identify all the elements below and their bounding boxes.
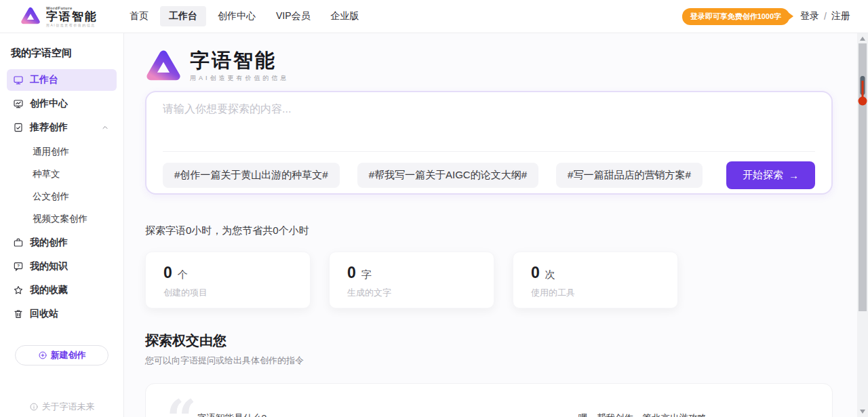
stat-unit: 次	[545, 269, 555, 281]
stat-value: 0	[163, 264, 172, 282]
chevron-up-icon[interactable]	[100, 123, 111, 132]
sidebar-item-label: 创作中心	[30, 98, 68, 110]
quote-icon: “	[166, 393, 193, 417]
sidebar-item-my-favorites[interactable]: 我的收藏	[7, 279, 117, 301]
explore-section-subtitle: 您可以向字语提问或给出具体创作的指令	[145, 355, 833, 367]
sidebar-subitem-video-copy[interactable]: 视频文案创作	[0, 207, 123, 230]
stats-summary: 探索字语0小时，为您节省共0个小时	[145, 224, 833, 237]
arrow-right-icon: →	[789, 170, 799, 181]
nav-item-enterprise[interactable]: 企业版	[322, 6, 368, 26]
about-link[interactable]: 关于字语未来	[0, 401, 123, 413]
hero-triangle-icon	[145, 48, 182, 85]
thermometer-marker-icon[interactable]	[858, 75, 867, 106]
sample-prompts-card: “ 字语智能是什么? 嘿，帮我创作一篇北京出游攻略	[145, 383, 833, 417]
sidebar-item-label: 我的收藏	[30, 284, 68, 296]
promo-badge[interactable]: 登录即可享免费创作1000字	[682, 8, 789, 25]
login-link[interactable]: 登录	[800, 10, 819, 22]
nav-item-creation-center[interactable]: 创作中心	[209, 6, 264, 26]
main-content: 字语智能 用AI创造更有价值的信息 #创作一篇关于黄山出游的种草文# #帮我写一…	[124, 33, 868, 417]
stat-value: 0	[347, 264, 356, 282]
about-label: 关于字语未来	[42, 401, 95, 413]
hero-brand: 字语智能 用AI创造更有价值的信息	[145, 48, 833, 85]
sidebar-item-my-creations[interactable]: 我的创作	[7, 232, 117, 254]
sidebar-item-label: 推荐创作	[30, 121, 68, 134]
sidebar-item-recycle-bin[interactable]: 回收站	[7, 303, 117, 325]
suggestion-chip-aigc[interactable]: #帮我写一篇关于AIGC的论文大纲#	[357, 163, 538, 188]
scrollbar-down-arrow-icon[interactable]	[860, 410, 865, 414]
hero-brand-tagline: 用AI创造更有价值的信息	[190, 74, 290, 83]
sidebar-item-label: 我的创作	[30, 237, 68, 249]
stat-card-projects: 0 个 创建的项目	[145, 252, 311, 309]
sample-prompt[interactable]: 嘿，帮我创作一篇北京出游攻略	[578, 412, 707, 417]
scrollbar-up-arrow-icon[interactable]	[860, 37, 865, 41]
stat-card-tools: 0 次 使用的工具	[513, 252, 678, 309]
plus-circle-icon	[38, 351, 47, 360]
explore-section-title: 探索权交由您	[145, 332, 833, 350]
auth-separator: /	[824, 11, 827, 22]
brand-logo[interactable]: WordFuture 字语智能 用AI创造更有价值的信息	[20, 6, 98, 27]
stat-label: 使用的工具	[531, 287, 660, 299]
sidebar-item-label: 我的知识	[30, 260, 68, 273]
stat-card-words: 0 字 生成的文字	[329, 252, 494, 309]
start-explore-label: 开始探索	[743, 169, 783, 182]
stat-unit: 字	[361, 269, 372, 281]
sidebar-item-my-knowledge[interactable]: ? 我的知识	[7, 256, 117, 277]
stat-label: 生成的文字	[347, 287, 476, 299]
sidebar-subitem-official-doc[interactable]: 公文创作	[0, 185, 123, 207]
brand-tagline-small: 用AI创造更有价值的信息	[46, 24, 98, 27]
sidebar-item-label: 回收站	[30, 308, 58, 320]
svg-text:?: ?	[17, 264, 20, 268]
sidebar-item-workbench[interactable]: 工作台	[7, 69, 117, 91]
sidebar: 我的字语空间 工作台 创作中心 推荐创作 通用创作 种草文 公文创作 视频文案创	[0, 33, 124, 417]
search-divider	[163, 151, 815, 152]
sidebar-subitem-general[interactable]: 通用创作	[0, 140, 123, 163]
new-creation-label: 新建创作	[51, 349, 86, 361]
suggestion-chip-huangshan[interactable]: #创作一篇关于黄山出游的种草文#	[163, 163, 340, 188]
new-creation-button[interactable]: 新建创作	[15, 345, 108, 365]
sidebar-subitem-seeding[interactable]: 种草文	[0, 163, 123, 185]
main-nav: 首页 工作台 创作中心 VIP会员 企业版	[121, 6, 368, 26]
chat-question-icon: ?	[13, 261, 24, 272]
stat-value: 0	[531, 264, 540, 282]
star-icon	[13, 285, 24, 296]
register-link[interactable]: 注册	[831, 10, 850, 22]
stat-unit: 个	[178, 269, 188, 281]
stat-label: 创建的项目	[163, 287, 292, 299]
info-circle-icon	[29, 402, 39, 412]
nav-item-home[interactable]: 首页	[121, 6, 157, 26]
sidebar-item-creation-center[interactable]: 创作中心	[7, 93, 117, 115]
nav-item-vip[interactable]: VIP会员	[267, 6, 319, 26]
nav-item-workbench[interactable]: 工作台	[160, 6, 206, 26]
hero-brand-title: 字语智能	[190, 50, 290, 72]
brand-subname: WordFuture	[46, 6, 98, 10]
monitor-chart-icon	[13, 98, 24, 109]
search-input[interactable]	[163, 102, 815, 144]
sidebar-item-recommended-creation[interactable]: 推荐创作	[7, 117, 117, 138]
top-navbar: WordFuture 字语智能 用AI创造更有价值的信息 首页 工作台 创作中心…	[0, 0, 868, 33]
sidebar-title: 我的字语空间	[0, 47, 123, 60]
trash-icon	[13, 309, 24, 319]
briefcase-icon	[13, 237, 24, 248]
doc-check-icon	[13, 122, 24, 133]
brand-triangle-icon	[20, 6, 41, 26]
sample-question[interactable]: 字语智能是什么?	[197, 412, 267, 417]
search-card: #创作一篇关于黄山出游的种草文# #帮我写一篇关于AIGC的论文大纲# #写一篇…	[145, 91, 833, 195]
suggestion-chip-dessert[interactable]: #写一篇甜品店的营销方案#	[556, 163, 703, 188]
brand-name: 字语智能	[46, 11, 98, 22]
monitor-icon	[13, 75, 24, 85]
start-explore-button[interactable]: 开始探索 →	[726, 161, 815, 189]
sidebar-item-label: 工作台	[30, 74, 58, 86]
vertical-scrollbar[interactable]	[857, 33, 868, 417]
